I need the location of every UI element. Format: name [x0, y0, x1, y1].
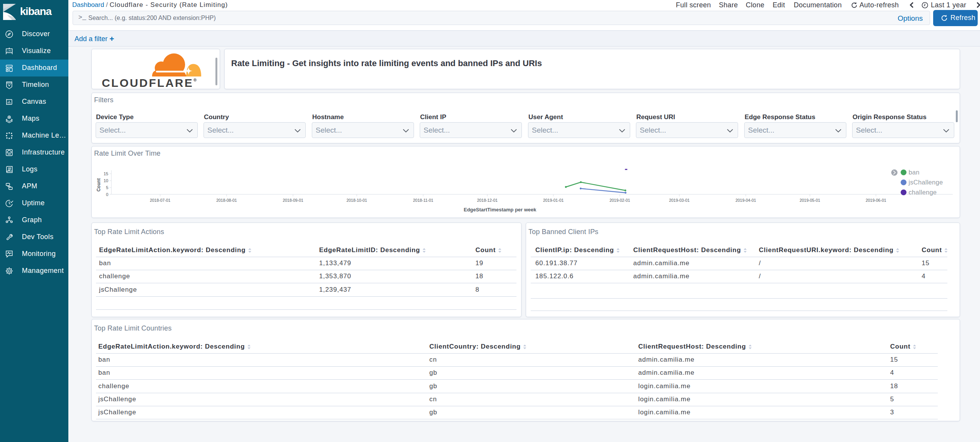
svg-text:2019-05-01: 2019-05-01 [800, 198, 820, 203]
svg-text:2018-10-01: 2018-10-01 [346, 198, 367, 203]
svg-text:15: 15 [104, 171, 108, 176]
svg-text:Count: Count [96, 178, 101, 192]
svg-text:challenge: challenge [909, 189, 937, 196]
svg-text:2018-12-01: 2018-12-01 [477, 198, 498, 203]
svg-text:2018-07-01: 2018-07-01 [150, 198, 171, 203]
svg-text:0: 0 [106, 192, 108, 197]
svg-text:ban: ban [909, 169, 919, 176]
svg-text:2019-03-01: 2019-03-01 [669, 198, 690, 203]
svg-text:2019-06-01: 2019-06-01 [866, 198, 886, 203]
svg-text:2018-11-01: 2018-11-01 [413, 198, 434, 203]
svg-text:2019-04-01: 2019-04-01 [735, 198, 756, 203]
svg-text:2018-08-01: 2018-08-01 [216, 198, 237, 203]
svg-text:5: 5 [106, 185, 108, 190]
svg-text:jsChallenge: jsChallenge [908, 179, 943, 186]
svg-text:10: 10 [104, 178, 108, 183]
svg-text:EdgeStartTimestamp per week: EdgeStartTimestamp per week [464, 207, 536, 213]
svg-text:2018-09-01: 2018-09-01 [283, 198, 303, 203]
svg-text:2019-02-01: 2019-02-01 [609, 198, 630, 203]
svg-text:2019-01-01: 2019-01-01 [543, 198, 564, 203]
